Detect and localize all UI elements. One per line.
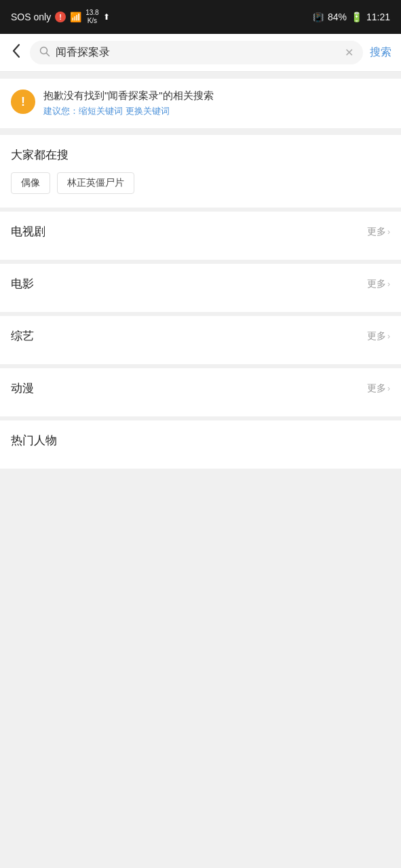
tv-more-chevron: › <box>387 227 390 237</box>
people-title: 热门人物 <box>11 433 57 448</box>
movie-more-button[interactable]: 更多 › <box>367 278 390 290</box>
tags-area: 偶像 林正英僵尸片 <box>11 172 390 194</box>
variety-more-button[interactable]: 更多 › <box>367 330 390 342</box>
variety-title: 综艺 <box>11 328 34 344</box>
status-right: 📳 84% 🔋 11:21 <box>313 12 390 22</box>
tv-more-button[interactable]: 更多 › <box>367 226 390 238</box>
suggestion-label: 建议您： <box>43 106 79 116</box>
anime-section: 动漫 更多 › <box>0 368 401 416</box>
movie-more-label: 更多 <box>367 278 386 290</box>
wifi-icon: 📶 <box>70 12 81 22</box>
search-input-wrapper: ✕ <box>30 41 363 64</box>
clear-button[interactable]: ✕ <box>345 46 354 59</box>
variety-section: 综艺 更多 › <box>0 316 401 364</box>
error-subtitle: 建议您：缩短关键词 更换关键词 <box>43 105 390 117</box>
suggestion-shorten[interactable]: 缩短关键词 <box>79 106 123 116</box>
back-button[interactable] <box>9 41 23 64</box>
movie-header: 电影 更多 › <box>11 276 390 292</box>
svg-line-1 <box>47 54 50 56</box>
anime-title: 动漫 <box>11 380 34 396</box>
search-button[interactable]: 搜索 <box>370 45 392 60</box>
error-title: 抱歉没有找到"闻香探案录"的相关搜索 <box>43 90 390 102</box>
anime-more-label: 更多 <box>367 382 386 395</box>
search-bar: ✕ 搜索 <box>0 34 401 72</box>
status-bar: SOS only ! 📶 13.8 K/s ⬆ 📳 84% 🔋 11:21 <box>0 0 401 34</box>
movie-section: 电影 更多 › <box>0 264 401 312</box>
suggestion-change[interactable]: 更换关键词 <box>126 106 170 116</box>
people-section: 热门人物 <box>0 420 401 469</box>
vibrate-icon: 📳 <box>313 12 324 22</box>
status-left: SOS only ! 📶 13.8 K/s ⬆ <box>11 9 110 25</box>
warning-icon: ! <box>11 90 35 114</box>
search-icon <box>39 46 50 59</box>
error-text-block: 抱歉没有找到"闻香探案录"的相关搜索 建议您：缩短关键词 更换关键词 <box>43 90 390 117</box>
time-label: 11:21 <box>366 12 390 22</box>
anime-more-chevron: › <box>387 384 390 393</box>
error-notice: ! 抱歉没有找到"闻香探案录"的相关搜索 建议您：缩短关键词 更换关键词 <box>0 79 401 128</box>
trending-section: 大家都在搜 偶像 林正英僵尸片 <box>0 135 401 208</box>
tv-title: 电视剧 <box>11 224 45 239</box>
variety-more-chevron: › <box>387 332 390 341</box>
sos-label: SOS only <box>11 12 51 22</box>
tv-more-label: 更多 <box>367 226 386 238</box>
tag-item[interactable]: 林正英僵尸片 <box>57 172 134 194</box>
battery-icon: 🔋 <box>351 12 362 22</box>
upload-icon: ⬆ <box>103 12 110 22</box>
anime-more-button[interactable]: 更多 › <box>367 382 390 395</box>
battery-label: 84% <box>328 12 347 22</box>
trending-header: 大家都在搜 <box>11 147 390 163</box>
people-header: 热门人物 <box>11 433 390 448</box>
trending-title: 大家都在搜 <box>11 147 69 163</box>
variety-more-label: 更多 <box>367 330 386 342</box>
movie-more-chevron: › <box>387 279 390 289</box>
speed-label: 13.8 K/s <box>85 9 98 25</box>
movie-title: 电影 <box>11 276 34 292</box>
search-input[interactable] <box>56 47 339 59</box>
tv-header: 电视剧 更多 › <box>11 224 390 239</box>
anime-header: 动漫 更多 › <box>11 380 390 396</box>
exclamation-icon: ! <box>55 12 66 22</box>
tv-section: 电视剧 更多 › <box>0 212 401 260</box>
variety-header: 综艺 更多 › <box>11 328 390 344</box>
tag-item[interactable]: 偶像 <box>11 172 50 194</box>
